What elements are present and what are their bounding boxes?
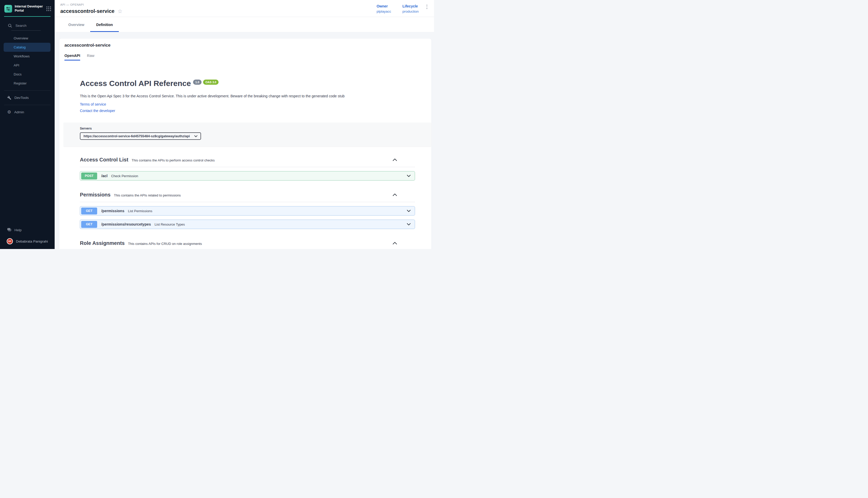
sidebar-user[interactable]: DP Debabrata Panigrahi <box>0 235 55 249</box>
section-description: This contains APIs for CRUD on role assi… <box>128 241 202 246</box>
tab-definition[interactable]: Definition <box>90 17 119 32</box>
method-badge: POST <box>81 172 97 180</box>
version-badge: 1.0 <box>193 80 202 85</box>
sidebar-item-api[interactable]: API <box>0 61 55 70</box>
servers-label: Servers <box>80 127 431 130</box>
sidebar-search[interactable]: Search <box>8 24 55 28</box>
swagger-ui: Access Control API Reference 1.0 OAS 3.0… <box>59 79 431 249</box>
sidebar-item-devtools[interactable]: DevTools <box>0 93 55 102</box>
content: accesscontrol-service OpenAPI Raw Access… <box>55 32 434 249</box>
help-icon: ? <box>7 228 11 232</box>
apps-grid-icon[interactable] <box>47 6 51 11</box>
tab-overview[interactable]: Overview <box>62 17 90 32</box>
search-underline <box>11 30 41 31</box>
oas-badge: OAS 3.0 <box>203 80 219 85</box>
devtools-label: DevTools <box>14 96 29 100</box>
sidebar-divider <box>4 90 51 91</box>
chevron-down-icon[interactable] <box>407 223 410 225</box>
search-icon <box>8 24 12 28</box>
owner-meta: Owner plplayacc <box>376 4 391 13</box>
api-description: This is the Open Api Spec 3 for the Acce… <box>80 94 415 98</box>
sidebar-nav: Overview Catalog Workflows API Docs Regi… <box>0 34 55 88</box>
section-name: Access Control List <box>80 157 128 163</box>
brand: Internal Developer Portal <box>0 0 55 13</box>
page-title: accesscontrol-service <box>60 8 114 14</box>
definition-card: accesscontrol-service OpenAPI Raw Access… <box>59 39 431 249</box>
section-header[interactable]: Permissions This contains the APIs relat… <box>80 192 415 202</box>
api-sections: Access Control List This contains the AP… <box>80 157 415 249</box>
sidebar-item-workflows[interactable]: Workflows <box>0 52 55 61</box>
section-header[interactable]: Role Assignments This contains APIs for … <box>80 240 415 249</box>
section-name: Permissions <box>80 192 111 198</box>
section-header[interactable]: Access Control List This contains the AP… <box>80 157 415 167</box>
terms-of-service-link[interactable]: Terms of service <box>80 102 106 106</box>
chevron-down-icon[interactable] <box>407 175 410 177</box>
lifecycle-value: production <box>402 10 419 13</box>
section-access-control-list: Access Control List This contains the AP… <box>80 157 415 181</box>
operation-summary: List Resource Types <box>155 222 185 226</box>
method-badge: GET <box>81 221 97 228</box>
star-favorite-icon[interactable]: ☆ <box>117 9 123 14</box>
entity-header: API — OPENAPI accesscontrol-service ☆ Ow… <box>55 0 434 17</box>
owner-label: Owner <box>376 4 391 8</box>
avatar: DP <box>7 238 13 244</box>
operation-path: /acl <box>101 174 107 178</box>
operation-summary: Check Permission <box>111 174 138 178</box>
operation-path: /permissions/resourcetypes <box>101 222 151 226</box>
operation-get-permissions[interactable]: GET /permissions List Permissions <box>80 206 415 215</box>
sidebar-divider <box>4 105 51 105</box>
sidebar-item-admin[interactable]: ⚙ Admin <box>0 108 55 117</box>
tab-openapi[interactable]: OpenAPI <box>64 54 80 61</box>
tab-raw[interactable]: Raw <box>87 54 94 61</box>
server-url-value: https://accesscontrol-service-6d45755484… <box>84 134 194 138</box>
section-role-assignments: Role Assignments This contains APIs for … <box>80 240 415 249</box>
entity-tabs: Overview Definition <box>55 17 434 32</box>
breadcrumb[interactable]: API — OPENAPI <box>60 3 376 6</box>
admin-label: Admin <box>14 110 24 114</box>
svg-text:?: ? <box>8 228 9 231</box>
sidebar: Internal Developer Portal Search Overvie… <box>0 0 55 249</box>
server-select[interactable]: https://accesscontrol-service-6d45755484… <box>80 132 201 140</box>
sidebar-item-catalog[interactable]: Catalog <box>4 43 51 52</box>
section-description: This contains the APIs related to permis… <box>114 192 181 197</box>
main-area: API — OPENAPI accesscontrol-service ☆ Ow… <box>55 0 434 249</box>
operation-summary: List Permissions <box>128 209 152 213</box>
sidebar-item-register[interactable]: Register <box>0 79 55 88</box>
sidebar-item-help[interactable]: ? Help <box>0 225 55 235</box>
chevron-down-icon[interactable] <box>407 210 410 212</box>
operation-post-acl[interactable]: POST /acl Check Permission <box>80 171 415 181</box>
search-label: Search <box>15 24 27 28</box>
lifecycle-label: Lifecycle <box>402 4 419 8</box>
collapse-section-button[interactable] <box>392 192 398 198</box>
api-title: Access Control API Reference <box>80 79 191 88</box>
definition-format-tabs: OpenAPI Raw <box>59 54 431 61</box>
operation-get-permissions-resourcetypes[interactable]: GET /permissions/resourcetypes List Reso… <box>80 220 415 229</box>
collapse-section-button[interactable] <box>392 157 398 163</box>
sidebar-item-overview[interactable]: Overview <box>0 34 55 43</box>
collapse-section-button[interactable] <box>392 240 398 246</box>
wrench-icon <box>7 96 11 100</box>
section-name: Role Assignments <box>80 240 125 246</box>
portal-logo-icon[interactable] <box>4 5 12 13</box>
contact-developer-link[interactable]: Contact the developer <box>80 109 115 113</box>
sidebar-item-docs[interactable]: Docs <box>0 70 55 79</box>
servers-panel: Servers https://accesscontrol-service-6d… <box>64 122 431 146</box>
method-badge: GET <box>81 208 97 214</box>
brand-accent-rule <box>4 16 51 17</box>
lifecycle-meta: Lifecycle production <box>402 4 419 13</box>
chevron-down-icon <box>194 135 197 137</box>
api-info: Access Control API Reference 1.0 OAS 3.0… <box>80 79 415 113</box>
more-options-icon[interactable] <box>425 3 429 11</box>
section-permissions: Permissions This contains the APIs relat… <box>80 192 415 229</box>
help-label: Help <box>14 228 22 232</box>
gear-icon: ⚙ <box>7 110 11 114</box>
section-description: This contains the APIs to perform access… <box>132 157 215 162</box>
card-title: accesscontrol-service <box>59 43 431 48</box>
owner-value-link[interactable]: plplayacc <box>376 10 391 13</box>
user-name: Debabrata Panigrahi <box>16 239 48 243</box>
operation-path: /permissions <box>101 209 124 213</box>
brand-title: Internal Developer Portal <box>15 5 44 13</box>
